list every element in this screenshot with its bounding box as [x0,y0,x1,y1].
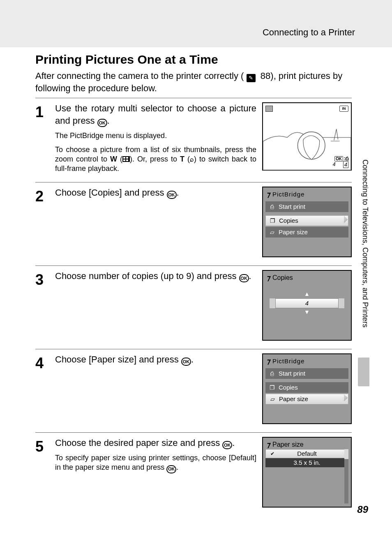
magnify-icon: ⌕ [190,156,194,163]
step-4-instruction: Choose [Paper size] and press OK. [55,353,256,366]
menu-item-paper-size[interactable]: ▱Paper size [265,394,348,404]
step-5-screen: ⁊Paper size ✔Default 3.5 x 5 in. [262,437,352,508]
thumbnails-icon [122,156,130,162]
copies-value: 4 [275,298,339,308]
intro-text: After connecting the camera to the print… [35,70,352,94]
copies-spinner[interactable]: ▲ 4 ▼ [270,291,344,316]
step-1: 1 Use the rotary multi selector to choos… [35,98,352,182]
copies-icon: ❐ [269,217,276,224]
steps-list: 1 Use the rotary multi selector to choos… [35,98,352,516]
pictbridge-icon: ⁊ [266,440,270,449]
menu-item-start-print[interactable]: ⎙Start print [265,368,348,379]
check-icon: ✔ [270,451,276,457]
step-2-instruction: Choose [Copies] and press OK. [55,187,256,199]
menu-item-start-print[interactable]: ⎙Start print [265,201,348,212]
step-number: 3 [35,270,55,341]
step-1-instruction: Use the rotary multi selector to choose … [55,102,256,127]
step-2: 2 Choose [Copies] and press OK. ⁊PictBri… [35,182,352,265]
scrollbar-thumb[interactable] [344,449,348,459]
copies-icon: ❐ [269,384,275,391]
menu-title: ⁊Copies [266,273,293,282]
ok-button-icon: OK [97,119,107,127]
header-bar: Connecting to a Printer [0,0,392,47]
step-number: 4 [35,353,55,424]
intro-ref-num: 88 [261,71,270,81]
step-3-instruction: Choose number of copies (up to 9) and pr… [55,270,256,282]
step-5-instruction: Choose the desired paper size and press … [55,437,256,449]
arrow-down-icon[interactable]: ▼ [270,309,344,316]
pictbridge-icon: ⁊ [266,357,270,366]
frame-counter: 44 [333,161,348,168]
page-number: 89 [357,504,368,515]
ok-button-icon: OK [181,358,191,366]
step-4: 4 Choose [Paper size] and press OK. ⁊Pic… [35,349,352,432]
ok-button-icon: OK [222,441,232,449]
ok-button-icon: OK [239,274,249,282]
step-number: 2 [35,187,55,257]
printer-icon: ⎙ [269,203,275,210]
paper-icon: ▱ [269,396,276,402]
step-3-screen: ⁊Copies ▲ 4 ▼ [262,270,352,341]
paper-option-default[interactable]: ✔Default [265,449,348,458]
menu-title: ⁊PictBridge [266,357,348,366]
pictbridge-icon: ⁊ [266,273,270,282]
intro-before: After connecting the camera to the print… [35,71,244,81]
step-3: 3 Choose number of copies (up to 9) and … [35,265,352,349]
ok-button-icon: OK [167,191,177,199]
step-5-note: To specify paper size using printer sett… [55,453,256,473]
step-4-screen: ⁊PictBridge ⎙Start print ❐Copies ▱Paper … [262,353,352,424]
ok-print-indicator: OK:⎙ [334,156,348,162]
reference-icon: ✎ [247,74,256,82]
menu-title: ⁊PictBridge [266,190,348,199]
menu-title: ⁊Paper size [266,440,304,449]
menu-item-copies[interactable]: ❐Copies [265,215,348,226]
side-chapter-label: Connecting to Televisions, Computers, an… [360,159,369,369]
ok-button-icon: OK [166,465,176,473]
page-title: Printing Pictures One at a Time [35,53,218,67]
menu-item-paper-size[interactable]: ▱Paper size [265,227,348,238]
step-2-screen: ⁊PictBridge ⎙Start print ❐Copies ▱Paper … [262,187,352,257]
breadcrumb: Connecting to a Printer [263,27,355,38]
arrow-up-icon[interactable]: ▲ [270,291,344,298]
step-1-note-2: To choose a picture from a list of six t… [55,145,256,174]
paper-icon: ▱ [269,229,275,235]
step-5: 5 Choose the desired paper size and pres… [35,432,352,516]
printer-icon: ⎙ [269,370,275,377]
step-number: 1 [35,102,55,174]
step-number: 5 [35,437,55,508]
side-thumb-tab [358,358,369,386]
scrollbar[interactable] [344,449,348,503]
step-1-screen: IN OK:⎙ 44 [262,102,352,171]
pictbridge-icon: ⁊ [266,190,270,199]
menu-item-copies[interactable]: ❐Copies [265,382,348,393]
paper-option-3_5x5[interactable]: 3.5 x 5 in. [265,458,348,467]
step-1-note-1: The PictBridge menu is displayed. [55,131,256,141]
